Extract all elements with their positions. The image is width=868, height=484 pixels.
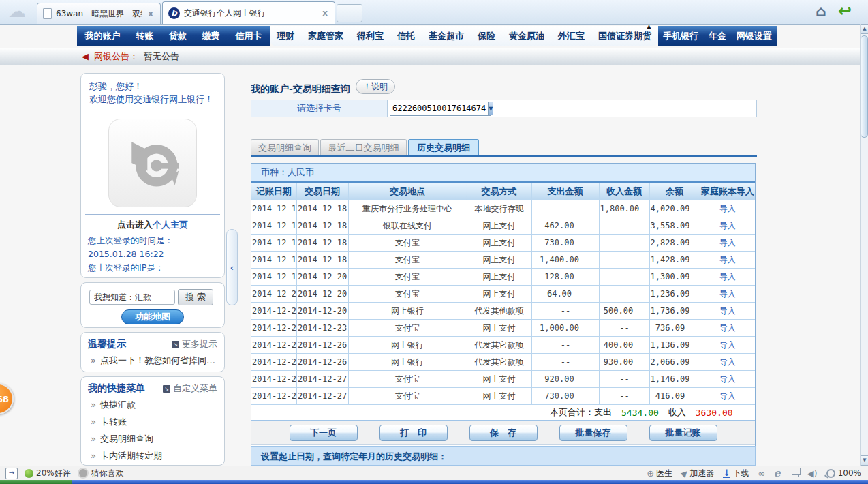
cascade-windows-icon[interactable]	[790, 470, 799, 477]
table-cell: 2014-12-27	[251, 388, 296, 405]
download-button[interactable]: ↓ 下载	[723, 468, 749, 479]
sidebar-profile-box: 彭骏，您好！ 欢迎您使用交通银行网上银行！ 点击进入个人主页 您上次登录的时间是…	[80, 73, 225, 278]
rating-item[interactable]: 20%好评	[25, 468, 71, 479]
print-button[interactable]: 打 印	[379, 425, 448, 441]
quick-menu-item[interactable]: »交易明细查询	[81, 430, 224, 447]
scroll-up-icon[interactable]: ▲	[861, 24, 868, 34]
nav-item-黄金原油[interactable]: 黄金原油	[509, 30, 544, 42]
nav-item-我的账户[interactable]: 我的账户	[84, 30, 120, 42]
batch-record-button[interactable]: 批量记账	[649, 425, 717, 441]
card-number-select[interactable]: 6222600510017614674 ▼	[390, 102, 491, 116]
tab-recent-two-days[interactable]: 最近二日交易明细	[320, 139, 407, 155]
table-cell: --	[599, 269, 649, 286]
import-cell: 导入	[700, 235, 755, 252]
table-cell: 2014-12-27	[296, 371, 348, 388]
home-icon[interactable]: ⌂	[816, 3, 826, 20]
import-link[interactable]: 导入	[719, 357, 736, 367]
table-header-cell: 交易日期	[296, 182, 348, 200]
table-cell: 2014-12-20	[296, 303, 348, 320]
suggest-item[interactable]: 猜你喜欢	[78, 468, 124, 479]
doctor-button[interactable]: ⊕ 医生	[647, 468, 672, 479]
nav-item-缴费[interactable]: 缴费	[202, 30, 220, 42]
table-cell: 2014-12-18	[296, 200, 348, 217]
windows-taskbar-edge[interactable]	[0, 480, 868, 484]
next-page-button[interactable]: 下一页	[290, 425, 358, 441]
glasses-icon[interactable]: ∞	[758, 468, 765, 479]
browser-tab-game[interactable]: 63wan - 暗黑世界 - 双线105服 x	[37, 3, 161, 24]
nav-item-家庭管家[interactable]: 家庭管家	[308, 30, 343, 42]
function-map-button[interactable]: 功能地图	[121, 309, 184, 324]
quick-menu-item[interactable]: »快捷汇款	[81, 396, 224, 413]
nav-item-理财[interactable]: 理财	[277, 30, 294, 42]
nav-item-得利宝[interactable]: 得利宝	[357, 30, 384, 42]
zoom-control[interactable]: 100%	[826, 468, 861, 478]
chevron-down-icon[interactable]: ▼	[488, 102, 493, 115]
table-row: 2014-12-232014-12-23支付宝网上支付1,000.00--736…	[251, 320, 755, 337]
accelerator-button[interactable]: ▶ 加速器	[681, 468, 714, 479]
search-input[interactable]	[89, 290, 175, 305]
panel-toggle-icon[interactable]: →	[5, 468, 18, 479]
nav-item-手机银行[interactable]: 手机银行	[663, 30, 698, 42]
cloud-icon[interactable]: ☁	[8, 1, 26, 21]
nav-item-贷款[interactable]: 贷款	[169, 30, 187, 42]
custom-menu-link[interactable]: 自定义菜单	[173, 382, 217, 395]
tips-item[interactable]: »点我一下！教您如何省掉同…	[81, 352, 224, 369]
nav-item-年金[interactable]: 年金	[709, 30, 726, 42]
import-link[interactable]: 导入	[719, 306, 736, 316]
ie-icon[interactable]: e	[774, 467, 781, 479]
nav-item-基金超市[interactable]: 基金超市	[429, 30, 464, 42]
browser-tab-bank[interactable]: b 交通银行个人网上银行 x	[162, 1, 335, 24]
homepage-link[interactable]: 个人主页	[153, 220, 188, 230]
import-link[interactable]: 导入	[719, 238, 736, 247]
nav-item-信用卡[interactable]: 信用卡	[236, 30, 262, 42]
scrollbar-thumb[interactable]	[861, 35, 868, 138]
import-link[interactable]: 导入	[719, 204, 736, 213]
close-icon[interactable]: x	[321, 8, 329, 18]
nav-caret-icon: ▲	[647, 23, 651, 30]
tab-history-detail[interactable]: 历史交易明细	[408, 139, 479, 155]
nav-item-外汇宝[interactable]: 外汇宝	[558, 30, 585, 42]
import-cell: 导入	[700, 371, 755, 388]
start-button-edge[interactable]	[0, 480, 72, 484]
table-cell: 重庆市分行业务处理中心	[348, 200, 467, 217]
import-link[interactable]: 导入	[719, 391, 736, 401]
nav-item-保险[interactable]: 保险	[478, 30, 495, 42]
table-cell: --	[599, 217, 649, 235]
table-cell: 网上支付	[467, 371, 531, 388]
import-link[interactable]: 导入	[719, 272, 736, 282]
quick-menu-item[interactable]: »卡转账	[81, 413, 224, 430]
import-link[interactable]: 导入	[719, 340, 736, 350]
nav-item-国债证券期货[interactable]: 国债证券期货	[598, 30, 651, 42]
import-link[interactable]: 导入	[719, 374, 736, 384]
quick-menu-item[interactable]: »卡内活期转定期	[81, 447, 224, 464]
table-header-cell: 家庭账本导入	[700, 182, 755, 200]
nav-item-转账[interactable]: 转账	[136, 30, 153, 42]
table-cell: 2014-12-23	[251, 320, 296, 337]
sound-icon[interactable]: ◀)	[807, 468, 818, 479]
close-icon[interactable]: x	[146, 9, 155, 18]
quick-menu-list: »快捷汇款»卡转账»交易明细查询»卡内活期转定期	[81, 396, 224, 464]
search-button[interactable]: 搜 索	[178, 289, 213, 305]
floating-badge[interactable]: 68	[0, 383, 14, 414]
back-arrow-icon[interactable]: ↩	[838, 1, 852, 20]
nav-item-网银设置[interactable]: 网银设置	[737, 30, 772, 42]
save-button[interactable]: 保 存	[469, 425, 538, 441]
import-link[interactable]: 导入	[719, 221, 736, 230]
import-link[interactable]: 导入	[719, 289, 736, 299]
more-tips-link[interactable]: 更多提示	[182, 338, 217, 350]
table-cell: 2014-12-20	[296, 269, 348, 286]
sidebar-collapse-handle[interactable]: ‹	[226, 229, 238, 305]
tab-detail-query[interactable]: 交易明细查询	[251, 139, 319, 155]
table-cell: 本地交行存现	[467, 200, 531, 217]
vertical-scrollbar[interactable]: ▲ ▼	[860, 24, 868, 466]
nav-item-信托[interactable]: 信托	[397, 30, 415, 42]
table-cell: 64.00	[531, 286, 599, 303]
help-button[interactable]: ！说明	[356, 79, 395, 94]
new-tab-button[interactable]	[337, 4, 362, 22]
import-link[interactable]: 导入	[719, 255, 736, 264]
table-cell: 2014-12-20	[251, 286, 296, 303]
import-link[interactable]: 导入	[719, 323, 736, 333]
batch-save-button[interactable]: 批量保存	[559, 425, 627, 441]
custom-arrow-icon: ↘	[163, 385, 170, 393]
scroll-down-icon[interactable]: ▼	[861, 455, 868, 466]
